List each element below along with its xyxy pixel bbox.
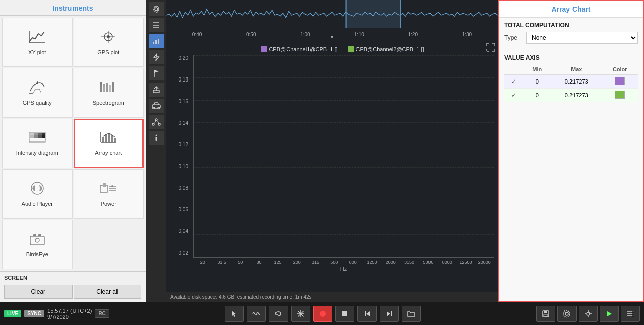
network-toolbar-btn[interactable]	[149, 115, 164, 129]
bar-chart: CPB@Channel1@CPB_1 [] CPB@Channel2@CPB_1…	[166, 40, 498, 292]
svg-rect-54	[158, 39, 159, 44]
settings-toolbar-btn[interactable]	[149, 2, 164, 16]
bt-right	[536, 306, 640, 322]
gear-btn[interactable]	[579, 306, 598, 322]
stop-btn[interactable]	[335, 306, 354, 322]
lightning-toolbar-btn[interactable]	[149, 50, 164, 64]
svg-rect-82	[391, 311, 392, 316]
gps-plot-icon	[99, 30, 117, 47]
svg-rect-70	[346, 0, 400, 28]
snowflake-btn[interactable]	[291, 306, 310, 322]
bars-area	[193, 55, 494, 258]
sidebar-item-gps-plot[interactable]: GPS plot	[74, 18, 144, 67]
menu-btn[interactable]	[621, 306, 640, 322]
max-val-0[interactable]: 0.217273	[551, 75, 602, 89]
record-btn[interactable]	[313, 306, 332, 322]
expand-btn[interactable]: ▼	[330, 34, 335, 40]
svg-point-5	[107, 35, 110, 38]
check-0[interactable]: ✓	[504, 75, 524, 89]
color-swatch-1[interactable]	[615, 91, 625, 99]
grid-line	[194, 167, 494, 168]
fullscreen-btn[interactable]	[486, 42, 496, 54]
check-1[interactable]: ✓	[504, 89, 524, 102]
svg-rect-18	[103, 84, 105, 87]
share-toolbar-btn[interactable]	[149, 83, 164, 97]
min-val-0[interactable]: 0	[524, 75, 551, 89]
clear-all-button[interactable]: Clear all	[74, 285, 142, 299]
folder-btn[interactable]	[402, 306, 421, 322]
sidebar-item-audio-player[interactable]: Audio Player	[2, 169, 73, 218]
waveform-preview: 0:40 0:50 1:00 1:10 1:20 1:30 ▼	[166, 0, 498, 40]
save-btn[interactable]	[536, 306, 555, 322]
sync-badge: SYNC	[24, 310, 44, 317]
x-label-1: 31.5	[212, 260, 231, 265]
y-label-5: 0.10	[179, 164, 188, 169]
sidebar-item-array-chart[interactable]: Array chart	[74, 119, 144, 168]
svg-rect-80	[365, 311, 366, 316]
chart-main: 0:40 0:50 1:00 1:10 1:20 1:30 ▼	[166, 0, 498, 302]
undo-btn[interactable]	[269, 306, 288, 322]
clear-button[interactable]: Clear	[4, 285, 73, 299]
config-btn[interactable]	[557, 306, 577, 322]
intensity-diagram-icon	[28, 130, 46, 148]
sidebar-item-birdseye[interactable]: BirdsEye	[2, 220, 73, 269]
svg-rect-35	[111, 135, 113, 142]
x-label-9: 1250	[363, 260, 381, 265]
value-axis-title: VALUE AXIS	[504, 54, 638, 61]
check-icon-0: ✓	[511, 78, 516, 85]
svg-rect-58	[153, 90, 159, 93]
svg-rect-25	[34, 135, 38, 138]
svg-line-11	[39, 89, 41, 93]
svg-point-48	[155, 8, 158, 11]
svg-rect-45	[33, 234, 36, 236]
bt-time: 15:57:17 (UTC+2)	[47, 308, 92, 314]
max-val-1[interactable]: 0.217273	[551, 89, 602, 102]
sidebar-item-gps-quality[interactable]: GPS quality	[2, 68, 73, 117]
svg-point-87	[587, 312, 590, 315]
screen-label: SCREEN	[0, 271, 146, 283]
svg-point-43	[111, 185, 113, 187]
info-toolbar-btn[interactable]	[149, 131, 164, 145]
svg-point-77	[320, 311, 326, 317]
color-col-header: Color	[602, 64, 638, 75]
legend-color-0	[261, 46, 267, 52]
sidebar-item-spectrogram[interactable]: Spectrogram	[74, 68, 144, 117]
svg-rect-39	[103, 183, 106, 187]
svg-rect-96	[632, 311, 634, 317]
sidebar-item-power[interactable]: Power	[74, 169, 144, 218]
check-col-header	[504, 64, 524, 75]
y-label-2: 0.16	[179, 99, 188, 104]
skip-fwd-btn[interactable]	[380, 306, 399, 322]
birdseye-label: BirdsEye	[26, 251, 48, 257]
y-axis-labels: 0.20 0.18 0.16 0.14 0.12 0.10 0.08 0.06 …	[167, 55, 188, 272]
time-label-3: 1:10	[332, 32, 386, 37]
svg-point-63	[152, 123, 154, 125]
color-swatch-0[interactable]	[615, 77, 625, 85]
x-label-8: 800	[344, 260, 363, 265]
wave-btn[interactable]	[247, 306, 266, 322]
flag-toolbar-btn[interactable]	[149, 66, 164, 80]
car-toolbar-btn[interactable]	[149, 99, 164, 113]
svg-point-64	[158, 123, 160, 125]
color-cell-1[interactable]	[602, 89, 638, 102]
chart-toolbar-btn[interactable]	[149, 34, 164, 48]
svg-marker-81	[387, 311, 390, 316]
x-label-2: 50	[231, 260, 250, 265]
svg-rect-21	[34, 133, 38, 135]
sidebar-item-intensity-diagram[interactable]: Intensity diagram	[2, 119, 73, 168]
grid-line	[194, 145, 494, 145]
rc-label[interactable]: RC	[95, 309, 109, 318]
color-cell-0[interactable]	[602, 75, 638, 89]
chart-toolbar	[146, 0, 166, 302]
type-select[interactable]: None Sum Average Max Min	[526, 32, 638, 44]
list-toolbar-btn[interactable]	[149, 18, 164, 32]
cursor-btn[interactable]	[225, 306, 244, 322]
play-btn[interactable]	[600, 306, 619, 322]
skip-back-btn[interactable]	[357, 306, 377, 322]
grid-line	[194, 100, 494, 101]
min-val-1[interactable]: 0	[524, 89, 551, 102]
y-label-1: 0.18	[179, 77, 188, 83]
sidebar-item-xy-plot[interactable]: XY plot	[2, 18, 73, 67]
y-label-9: 0.02	[179, 250, 188, 256]
value-axis-table: Min Max Color ✓ 0 0.217273 ✓ 0	[504, 64, 638, 102]
